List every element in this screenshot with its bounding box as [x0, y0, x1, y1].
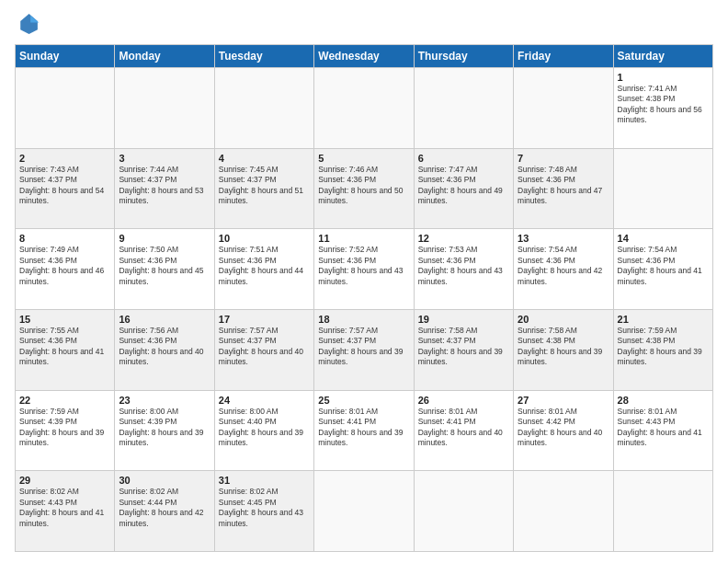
col-tuesday: Tuesday	[214, 45, 313, 68]
day-number: 9	[119, 233, 210, 244]
cell-info: Sunrise: 8:01 AMSunset: 4:42 PMDaylight:…	[518, 407, 602, 447]
cell-info: Sunrise: 7:54 AMSunset: 4:36 PMDaylight:…	[618, 245, 702, 285]
calendar-table: Sunday Monday Tuesday Wednesday Thursday…	[15, 44, 713, 552]
table-row	[314, 471, 414, 552]
cell-info: Sunrise: 7:52 AMSunset: 4:36 PMDaylight:…	[318, 245, 403, 285]
table-row: 27 Sunrise: 8:01 AMSunset: 4:42 PMDaylig…	[514, 390, 613, 471]
table-row: 17 Sunrise: 7:57 AMSunset: 4:37 PMDaylig…	[214, 309, 313, 390]
table-row: 23 Sunrise: 8:00 AMSunset: 4:39 PMDaylig…	[115, 390, 214, 471]
col-monday: Monday	[115, 45, 214, 68]
day-number: 13	[518, 233, 609, 244]
table-row	[613, 471, 712, 552]
col-sunday: Sunday	[16, 45, 115, 68]
table-row: 2 Sunrise: 7:43 AMSunset: 4:37 PMDayligh…	[16, 148, 115, 229]
table-row	[414, 471, 513, 552]
day-number: 17	[219, 314, 310, 325]
header	[15, 11, 713, 37]
table-row: 31 Sunrise: 8:02 AMSunset: 4:45 PMDaylig…	[214, 471, 313, 552]
table-row	[115, 68, 214, 149]
cell-info: Sunrise: 7:58 AMSunset: 4:38 PMDaylight:…	[518, 326, 602, 366]
table-row: 13 Sunrise: 7:54 AMSunset: 4:36 PMDaylig…	[514, 229, 613, 310]
cell-info: Sunrise: 7:47 AMSunset: 4:36 PMDaylight:…	[418, 165, 503, 205]
calendar-week-row: 15 Sunrise: 7:55 AMSunset: 4:36 PMDaylig…	[16, 309, 713, 390]
cell-info: Sunrise: 7:44 AMSunset: 4:37 PMDaylight:…	[119, 165, 203, 205]
calendar-week-row: 8 Sunrise: 7:49 AMSunset: 4:36 PMDayligh…	[16, 229, 713, 310]
table-row: 14 Sunrise: 7:54 AMSunset: 4:36 PMDaylig…	[613, 229, 712, 310]
cell-info: Sunrise: 7:54 AMSunset: 4:36 PMDaylight:…	[518, 245, 602, 285]
day-number: 15	[19, 314, 110, 325]
day-number: 7	[518, 153, 609, 164]
cell-info: Sunrise: 8:01 AMSunset: 4:43 PMDaylight:…	[618, 407, 702, 447]
cell-info: Sunrise: 7:43 AMSunset: 4:37 PMDaylight:…	[19, 165, 104, 205]
calendar-week-row: 1 Sunrise: 7:41 AMSunset: 4:38 PMDayligh…	[16, 68, 713, 149]
day-number: 19	[418, 314, 509, 325]
table-row: 22 Sunrise: 7:59 AMSunset: 4:39 PMDaylig…	[16, 390, 115, 471]
day-number: 30	[119, 475, 210, 486]
col-wednesday: Wednesday	[314, 45, 414, 68]
cell-info: Sunrise: 8:01 AMSunset: 4:41 PMDaylight:…	[418, 407, 503, 447]
day-number: 4	[219, 153, 310, 164]
cell-info: Sunrise: 8:01 AMSunset: 4:41 PMDaylight:…	[318, 407, 403, 447]
table-row: 10 Sunrise: 7:51 AMSunset: 4:36 PMDaylig…	[214, 229, 313, 310]
day-number: 23	[119, 395, 210, 406]
table-row: 24 Sunrise: 8:00 AMSunset: 4:40 PMDaylig…	[214, 390, 313, 471]
day-number: 21	[618, 314, 709, 325]
cell-info: Sunrise: 8:00 AMSunset: 4:40 PMDaylight:…	[219, 407, 303, 447]
cell-info: Sunrise: 7:46 AMSunset: 4:36 PMDaylight:…	[318, 165, 403, 205]
day-number: 27	[518, 395, 609, 406]
calendar-week-row: 22 Sunrise: 7:59 AMSunset: 4:39 PMDaylig…	[16, 390, 713, 471]
table-row: 15 Sunrise: 7:55 AMSunset: 4:36 PMDaylig…	[16, 309, 115, 390]
table-row: 30 Sunrise: 8:02 AMSunset: 4:44 PMDaylig…	[115, 471, 214, 552]
cell-info: Sunrise: 7:56 AMSunset: 4:36 PMDaylight:…	[119, 326, 203, 366]
table-row	[514, 471, 613, 552]
table-row: 21 Sunrise: 7:59 AMSunset: 4:38 PMDaylig…	[613, 309, 712, 390]
table-row	[16, 68, 115, 149]
cell-info: Sunrise: 7:49 AMSunset: 4:36 PMDaylight:…	[19, 245, 104, 285]
cell-info: Sunrise: 7:59 AMSunset: 4:39 PMDaylight:…	[19, 407, 104, 447]
table-row: 25 Sunrise: 8:01 AMSunset: 4:41 PMDaylig…	[314, 390, 414, 471]
cell-info: Sunrise: 7:55 AMSunset: 4:36 PMDaylight:…	[19, 326, 104, 366]
day-number: 22	[19, 395, 110, 406]
day-number: 11	[318, 233, 409, 244]
day-number: 5	[318, 153, 409, 164]
cell-info: Sunrise: 7:59 AMSunset: 4:38 PMDaylight:…	[618, 326, 702, 366]
cell-info: Sunrise: 7:45 AMSunset: 4:37 PMDaylight:…	[219, 165, 303, 205]
table-row	[314, 68, 414, 149]
cell-info: Sunrise: 7:51 AMSunset: 4:36 PMDaylight:…	[219, 245, 303, 285]
table-row: 8 Sunrise: 7:49 AMSunset: 4:36 PMDayligh…	[16, 229, 115, 310]
day-number: 3	[119, 153, 210, 164]
cell-info: Sunrise: 7:57 AMSunset: 4:37 PMDaylight:…	[219, 326, 303, 366]
cell-info: Sunrise: 7:57 AMSunset: 4:37 PMDaylight:…	[318, 326, 403, 366]
day-number: 20	[518, 314, 609, 325]
cell-info: Sunrise: 7:50 AMSunset: 4:36 PMDaylight:…	[119, 245, 203, 285]
day-number: 14	[618, 233, 709, 244]
table-row: 5 Sunrise: 7:46 AMSunset: 4:36 PMDayligh…	[314, 148, 414, 229]
col-thursday: Thursday	[414, 45, 513, 68]
day-number: 18	[318, 314, 409, 325]
day-number: 12	[418, 233, 509, 244]
logo	[15, 11, 44, 37]
day-number: 16	[119, 314, 210, 325]
day-number: 6	[418, 153, 509, 164]
day-number: 8	[19, 233, 110, 244]
cell-info: Sunrise: 8:02 AMSunset: 4:44 PMDaylight:…	[119, 487, 203, 527]
calendar-week-row: 29 Sunrise: 8:02 AMSunset: 4:43 PMDaylig…	[16, 471, 713, 552]
table-row: 28 Sunrise: 8:01 AMSunset: 4:43 PMDaylig…	[613, 390, 712, 471]
cell-info: Sunrise: 7:41 AMSunset: 4:38 PMDaylight:…	[618, 84, 702, 124]
table-row: 3 Sunrise: 7:44 AMSunset: 4:37 PMDayligh…	[115, 148, 214, 229]
day-number: 10	[219, 233, 310, 244]
table-row: 1 Sunrise: 7:41 AMSunset: 4:38 PMDayligh…	[613, 68, 712, 149]
table-row: 19 Sunrise: 7:58 AMSunset: 4:37 PMDaylig…	[414, 309, 513, 390]
table-row: 12 Sunrise: 7:53 AMSunset: 4:36 PMDaylig…	[414, 229, 513, 310]
col-friday: Friday	[514, 45, 613, 68]
table-row: 6 Sunrise: 7:47 AMSunset: 4:36 PMDayligh…	[414, 148, 513, 229]
table-row: 18 Sunrise: 7:57 AMSunset: 4:37 PMDaylig…	[314, 309, 414, 390]
cell-info: Sunrise: 8:02 AMSunset: 4:45 PMDaylight:…	[219, 487, 303, 527]
table-row	[414, 68, 513, 149]
day-number: 29	[19, 475, 110, 486]
day-number: 24	[219, 395, 310, 406]
table-row: 29 Sunrise: 8:02 AMSunset: 4:43 PMDaylig…	[16, 471, 115, 552]
logo-icon	[15, 11, 40, 37]
calendar-page: Sunday Monday Tuesday Wednesday Thursday…	[0, 0, 728, 563]
col-saturday: Saturday	[613, 45, 712, 68]
